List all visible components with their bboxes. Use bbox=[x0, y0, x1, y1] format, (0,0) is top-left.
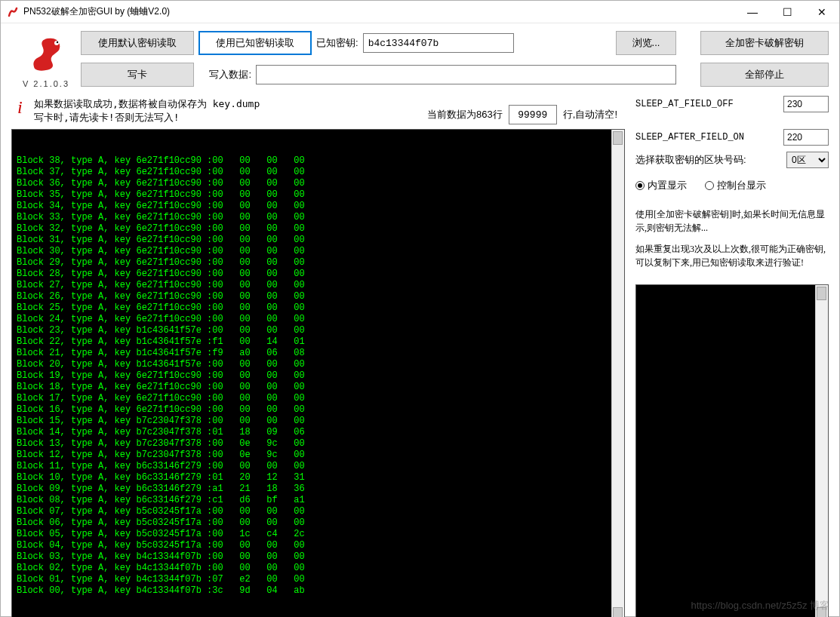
info-line: 当前数据为863行 行,自动清空! bbox=[427, 105, 625, 124]
radio-internal[interactable]: 内置显示 bbox=[635, 179, 687, 192]
scroll-down-icon[interactable] bbox=[613, 607, 623, 617]
svg-point-1 bbox=[57, 41, 58, 43]
app-icon bbox=[7, 6, 19, 18]
status-icon: i bbox=[11, 97, 34, 118]
window-title: PN532破解全加密GUI by (蛐蛐V2.0) bbox=[23, 5, 735, 18]
write-data-input[interactable] bbox=[256, 65, 676, 84]
maximize-button[interactable]: ☐ bbox=[770, 1, 805, 23]
main-console[interactable]: Block 38, type A, key 6e271f10cc90 :00 0… bbox=[11, 129, 625, 617]
secondary-console[interactable] bbox=[635, 284, 829, 617]
block-select-label: 选择获取密钥的区块号码: bbox=[635, 153, 782, 167]
status-area: i 如果数据读取成功,数据将被自动保存为 key.dump 写卡时,请先读卡!否… bbox=[11, 97, 260, 124]
auto-clear-label: 行,自动清空! bbox=[563, 108, 617, 121]
scroll-up-icon[interactable] bbox=[817, 287, 826, 300]
minimize-button[interactable]: — bbox=[735, 1, 770, 23]
browse-button[interactable]: 浏览... bbox=[616, 31, 676, 55]
known-key-label: 已知密钥: bbox=[316, 36, 358, 50]
console-scrollbar[interactable] bbox=[611, 130, 624, 617]
line-count-input[interactable] bbox=[509, 105, 557, 124]
help-text: 使用[全加密卡破解密钥]时,如果长时间无信息显示,则密钥无法解... 如果重复出… bbox=[635, 207, 829, 277]
read-default-key-button[interactable]: 使用默认密钥读取 bbox=[81, 31, 194, 55]
radio-console[interactable]: 控制台显示 bbox=[705, 179, 766, 192]
version-label: V 2.1.0.3 bbox=[11, 79, 81, 88]
radio-internal-label: 内置显示 bbox=[648, 179, 687, 192]
current-data-label: 当前数据为863行 bbox=[427, 108, 503, 121]
sleep-off-input[interactable] bbox=[783, 96, 829, 112]
block-select[interactable]: 0区 bbox=[786, 152, 829, 168]
display-mode-radios: 内置显示 控制台显示 bbox=[635, 179, 829, 192]
secondary-scrollbar[interactable] bbox=[815, 285, 828, 617]
app-window: PN532破解全加密GUI by (蛐蛐V2.0) — ☐ ✕ V 2.1.0.… bbox=[0, 0, 840, 617]
status-text: 如果数据读取成功,数据将被自动保存为 key.dump 写卡时,请先读卡!否则无… bbox=[34, 97, 260, 124]
stop-all-button[interactable]: 全部停止 bbox=[700, 63, 829, 87]
svg-point-0 bbox=[54, 41, 59, 45]
read-known-key-button[interactable]: 使用已知密钥读取 bbox=[198, 31, 312, 55]
left-column: Block 38, type A, key 6e271f10cc90 :00 0… bbox=[11, 129, 625, 617]
crack-all-button[interactable]: 全加密卡破解密钥 bbox=[700, 31, 829, 55]
close-button[interactable]: ✕ bbox=[805, 1, 839, 23]
scroll-down-icon[interactable] bbox=[817, 607, 826, 617]
right-settings: SLEEP_AFTER_FIELD_ON 选择获取密钥的区块号码: 0区 内置显… bbox=[635, 129, 829, 197]
content-area: V 2.1.0.3 使用默认密钥读取 使用已知密钥读取 已知密钥: 浏览... … bbox=[1, 23, 839, 617]
sleep-on-label: SLEEP_AFTER_FIELD_ON bbox=[635, 132, 779, 143]
controls-area: 使用默认密钥读取 使用已知密钥读取 已知密钥: 浏览... 全加密卡破解密钥 写… bbox=[81, 31, 829, 94]
titlebar: PN532破解全加密GUI by (蛐蛐V2.0) — ☐ ✕ bbox=[1, 1, 839, 23]
main-area: Block 38, type A, key 6e271f10cc90 :00 0… bbox=[11, 129, 829, 617]
known-key-input[interactable] bbox=[363, 33, 514, 53]
sleep-on-input[interactable] bbox=[783, 129, 829, 146]
window-controls: — ☐ ✕ bbox=[735, 1, 839, 23]
write-data-label: 写入数据: bbox=[198, 68, 251, 81]
sleep-off-label: SLEEP_AT_FIELD_OFF bbox=[635, 99, 779, 109]
top-area: V 2.1.0.3 使用默认密钥读取 使用已知密钥读取 已知密钥: 浏览... … bbox=[11, 31, 829, 94]
radio-dot-icon bbox=[705, 181, 714, 190]
radio-console-label: 控制台显示 bbox=[717, 179, 766, 192]
right-column: SLEEP_AFTER_FIELD_ON 选择获取密钥的区块号码: 0区 内置显… bbox=[635, 129, 829, 617]
radio-dot-icon bbox=[635, 181, 645, 190]
scroll-up-icon[interactable] bbox=[613, 131, 623, 145]
write-card-button[interactable]: 写卡 bbox=[81, 63, 194, 87]
logo-area: V 2.1.0.3 bbox=[11, 31, 81, 94]
logo-icon bbox=[23, 31, 69, 76]
